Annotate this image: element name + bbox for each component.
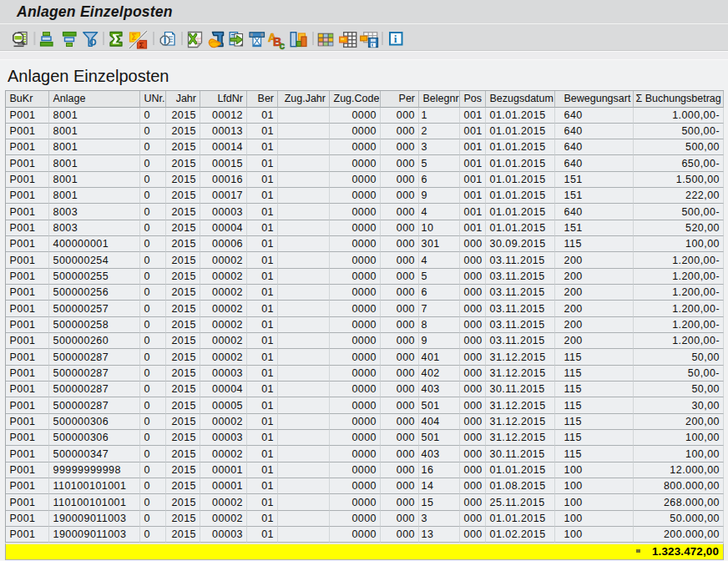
svg-text:i: i bbox=[394, 33, 397, 45]
svg-text:Σ: Σ bbox=[139, 40, 144, 49]
svg-text:c: c bbox=[280, 40, 286, 51]
